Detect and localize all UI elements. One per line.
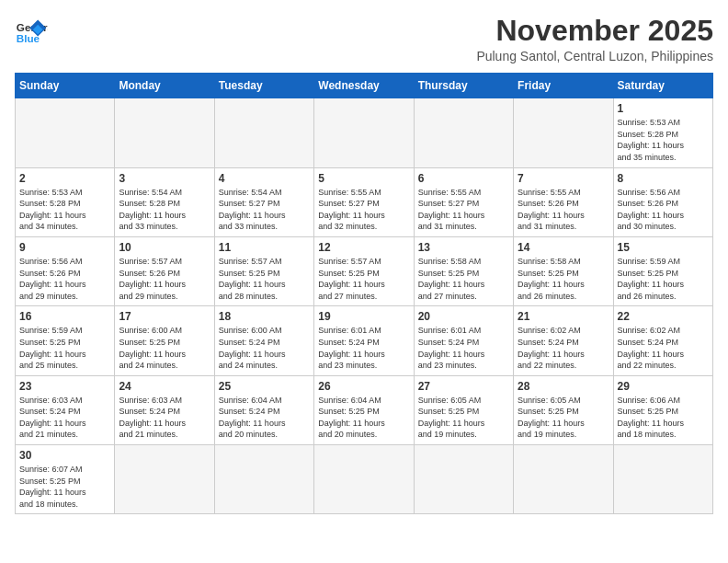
day-info: Sunrise: 6:07 AM Sunset: 5:25 PM Dayligh… — [19, 464, 110, 510]
day-info: Sunrise: 5:59 AM Sunset: 5:25 PM Dayligh… — [618, 256, 709, 302]
logo-icon: General Blue — [15, 15, 48, 48]
day-info: Sunrise: 6:05 AM Sunset: 5:25 PM Dayligh… — [418, 395, 509, 441]
calendar-week-row: 30Sunrise: 6:07 AM Sunset: 5:25 PM Dayli… — [16, 445, 713, 514]
day-number: 15 — [618, 241, 709, 254]
day-number: 12 — [318, 241, 409, 254]
calendar-cell: 20Sunrise: 6:01 AM Sunset: 5:24 PM Dayli… — [414, 306, 513, 375]
day-header-friday: Friday — [514, 74, 613, 98]
day-info: Sunrise: 6:03 AM Sunset: 5:24 PM Dayligh… — [119, 395, 210, 441]
day-info: Sunrise: 5:57 AM Sunset: 5:25 PM Dayligh… — [318, 256, 409, 302]
day-info: Sunrise: 6:00 AM Sunset: 5:25 PM Dayligh… — [119, 325, 210, 371]
location-title: Pulung Santol, Central Luzon, Philippine… — [476, 49, 713, 63]
calendar-cell: 9Sunrise: 5:56 AM Sunset: 5:26 PM Daylig… — [16, 236, 115, 305]
calendar-cell: 24Sunrise: 6:03 AM Sunset: 5:24 PM Dayli… — [115, 375, 214, 444]
day-number: 5 — [318, 172, 409, 185]
calendar-cell: 21Sunrise: 6:02 AM Sunset: 5:24 PM Dayli… — [514, 306, 613, 375]
day-number: 8 — [618, 172, 709, 185]
day-number: 23 — [19, 380, 110, 393]
day-info: Sunrise: 6:04 AM Sunset: 5:24 PM Dayligh… — [219, 395, 310, 441]
calendar-cell: 27Sunrise: 6:05 AM Sunset: 5:25 PM Dayli… — [414, 375, 513, 444]
day-number: 21 — [518, 310, 609, 323]
calendar-week-row: 2Sunrise: 5:53 AM Sunset: 5:28 PM Daylig… — [16, 167, 713, 236]
calendar-week-row: 1Sunrise: 5:53 AM Sunset: 5:28 PM Daylig… — [16, 98, 713, 167]
day-info: Sunrise: 5:53 AM Sunset: 5:28 PM Dayligh… — [19, 187, 110, 233]
calendar-cell: 30Sunrise: 6:07 AM Sunset: 5:25 PM Dayli… — [16, 445, 115, 514]
day-info: Sunrise: 5:55 AM Sunset: 5:27 PM Dayligh… — [318, 187, 409, 233]
day-info: Sunrise: 6:00 AM Sunset: 5:24 PM Dayligh… — [219, 325, 310, 371]
day-number: 3 — [119, 172, 210, 185]
day-number: 30 — [19, 449, 110, 462]
calendar-cell — [613, 445, 712, 514]
calendar-cell: 29Sunrise: 6:06 AM Sunset: 5:25 PM Dayli… — [613, 375, 712, 444]
day-number: 16 — [19, 310, 110, 323]
day-number: 19 — [318, 310, 409, 323]
day-info: Sunrise: 5:55 AM Sunset: 5:27 PM Dayligh… — [418, 187, 509, 233]
day-number: 11 — [219, 241, 310, 254]
calendar-cell: 23Sunrise: 6:03 AM Sunset: 5:24 PM Dayli… — [16, 375, 115, 444]
calendar-cell — [414, 98, 513, 167]
calendar-cell: 1Sunrise: 5:53 AM Sunset: 5:28 PM Daylig… — [613, 98, 712, 167]
day-info: Sunrise: 6:04 AM Sunset: 5:25 PM Dayligh… — [318, 395, 409, 441]
day-number: 26 — [318, 380, 409, 393]
logo: General Blue — [15, 15, 48, 48]
day-info: Sunrise: 5:59 AM Sunset: 5:25 PM Dayligh… — [19, 325, 110, 371]
day-number: 7 — [518, 172, 609, 185]
day-number: 9 — [19, 241, 110, 254]
calendar-cell: 4Sunrise: 5:54 AM Sunset: 5:27 PM Daylig… — [214, 167, 313, 236]
calendar-cell: 3Sunrise: 5:54 AM Sunset: 5:28 PM Daylig… — [115, 167, 214, 236]
day-info: Sunrise: 5:58 AM Sunset: 5:25 PM Dayligh… — [518, 256, 609, 302]
day-info: Sunrise: 6:01 AM Sunset: 5:24 PM Dayligh… — [318, 325, 409, 371]
calendar-week-row: 23Sunrise: 6:03 AM Sunset: 5:24 PM Dayli… — [16, 375, 713, 444]
day-number: 14 — [518, 241, 609, 254]
day-number: 29 — [618, 380, 709, 393]
day-info: Sunrise: 5:54 AM Sunset: 5:27 PM Dayligh… — [219, 187, 310, 233]
calendar-cell — [514, 445, 613, 514]
calendar-cell — [414, 445, 513, 514]
calendar-table: SundayMondayTuesdayWednesdayThursdayFrid… — [15, 73, 713, 514]
calendar-cell — [115, 98, 214, 167]
day-info: Sunrise: 5:53 AM Sunset: 5:28 PM Dayligh… — [618, 117, 709, 163]
day-info: Sunrise: 5:58 AM Sunset: 5:25 PM Dayligh… — [418, 256, 509, 302]
day-number: 24 — [119, 380, 210, 393]
calendar-cell: 12Sunrise: 5:57 AM Sunset: 5:25 PM Dayli… — [314, 236, 414, 305]
calendar-cell: 7Sunrise: 5:55 AM Sunset: 5:26 PM Daylig… — [514, 167, 613, 236]
calendar-cell: 28Sunrise: 6:05 AM Sunset: 5:25 PM Dayli… — [514, 375, 613, 444]
calendar-cell: 6Sunrise: 5:55 AM Sunset: 5:27 PM Daylig… — [414, 167, 513, 236]
day-number: 28 — [518, 380, 609, 393]
calendar-cell: 15Sunrise: 5:59 AM Sunset: 5:25 PM Dayli… — [613, 236, 712, 305]
day-info: Sunrise: 5:56 AM Sunset: 5:26 PM Dayligh… — [618, 187, 709, 233]
day-number: 13 — [418, 241, 509, 254]
calendar-cell: 11Sunrise: 5:57 AM Sunset: 5:25 PM Dayli… — [214, 236, 313, 305]
page-header: General Blue November 2025 Pulung Santol… — [15, 15, 713, 63]
day-number: 25 — [219, 380, 310, 393]
day-header-thursday: Thursday — [414, 74, 513, 98]
day-number: 18 — [219, 310, 310, 323]
title-block: November 2025 Pulung Santol, Central Luz… — [476, 15, 713, 63]
day-info: Sunrise: 5:55 AM Sunset: 5:26 PM Dayligh… — [518, 187, 609, 233]
calendar-header-row: SundayMondayTuesdayWednesdayThursdayFrid… — [16, 74, 713, 98]
day-info: Sunrise: 6:02 AM Sunset: 5:24 PM Dayligh… — [618, 325, 709, 371]
day-header-monday: Monday — [115, 74, 214, 98]
calendar-cell: 17Sunrise: 6:00 AM Sunset: 5:25 PM Dayli… — [115, 306, 214, 375]
day-info: Sunrise: 6:03 AM Sunset: 5:24 PM Dayligh… — [19, 395, 110, 441]
day-number: 2 — [19, 172, 110, 185]
day-info: Sunrise: 6:06 AM Sunset: 5:25 PM Dayligh… — [618, 395, 709, 441]
day-header-saturday: Saturday — [613, 74, 712, 98]
day-info: Sunrise: 6:01 AM Sunset: 5:24 PM Dayligh… — [418, 325, 509, 371]
calendar-cell — [16, 98, 115, 167]
day-info: Sunrise: 6:05 AM Sunset: 5:25 PM Dayligh… — [518, 395, 609, 441]
day-number: 1 — [618, 102, 709, 115]
calendar-cell: 13Sunrise: 5:58 AM Sunset: 5:25 PM Dayli… — [414, 236, 513, 305]
day-info: Sunrise: 5:57 AM Sunset: 5:26 PM Dayligh… — [119, 256, 210, 302]
calendar-cell: 19Sunrise: 6:01 AM Sunset: 5:24 PM Dayli… — [314, 306, 414, 375]
calendar-week-row: 9Sunrise: 5:56 AM Sunset: 5:26 PM Daylig… — [16, 236, 713, 305]
month-title: November 2025 — [476, 15, 713, 47]
calendar-cell: 25Sunrise: 6:04 AM Sunset: 5:24 PM Dayli… — [214, 375, 313, 444]
calendar-cell: 26Sunrise: 6:04 AM Sunset: 5:25 PM Dayli… — [314, 375, 414, 444]
day-number: 20 — [418, 310, 509, 323]
day-info: Sunrise: 6:02 AM Sunset: 5:24 PM Dayligh… — [518, 325, 609, 371]
calendar-cell: 5Sunrise: 5:55 AM Sunset: 5:27 PM Daylig… — [314, 167, 414, 236]
calendar-cell — [214, 445, 313, 514]
calendar-cell — [514, 98, 613, 167]
calendar-cell: 10Sunrise: 5:57 AM Sunset: 5:26 PM Dayli… — [115, 236, 214, 305]
